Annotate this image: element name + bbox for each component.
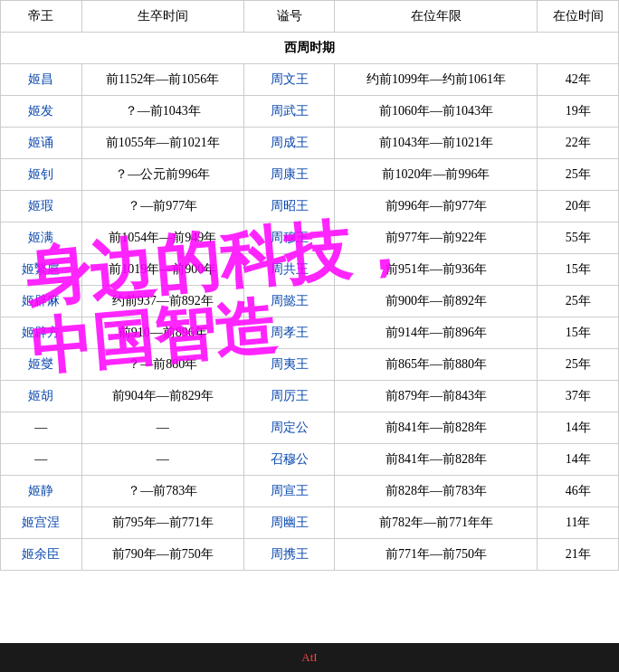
emperor-link[interactable]: 姬余臣 xyxy=(22,547,60,561)
cell-reign-years: 14年 xyxy=(538,412,619,444)
cell-title: 周康王 xyxy=(243,159,335,191)
cell-dates: — xyxy=(81,412,243,444)
cell-reign-range: 前841年—前828年 xyxy=(335,444,538,476)
title-link[interactable]: 周宣王 xyxy=(271,484,309,497)
emperor-link[interactable]: 姬瑕 xyxy=(28,199,53,213)
emperor-text: — xyxy=(34,452,47,466)
emperor-link[interactable]: 姬繄扈 xyxy=(22,262,60,276)
title-link[interactable]: 周成王 xyxy=(271,136,309,149)
emperor-link[interactable]: 姬发 xyxy=(28,104,53,118)
cell-reign-years: 37年 xyxy=(538,381,619,412)
cell-title: 周夷王 xyxy=(243,349,335,381)
table-row: 姬胡 前904年—前829年 周厉王 前879年—前843年 37年 xyxy=(1,381,619,412)
cell-reign-years: 15年 xyxy=(538,254,619,286)
emperor-link[interactable]: 姬辟方 xyxy=(22,326,60,339)
cell-emperor: 姬余臣 xyxy=(1,539,82,571)
title-link[interactable]: 召穆公 xyxy=(271,452,309,466)
section-label: 西周时期 xyxy=(1,33,619,64)
cell-dates: — xyxy=(81,444,243,476)
header-title: 谥号 xyxy=(243,1,335,33)
cell-dates: 前1019年—前900年 xyxy=(81,254,243,286)
cell-reign-range: 前828年—前783年 xyxy=(335,476,538,507)
cell-dates: 前910—前896年 xyxy=(81,317,243,349)
cell-reign-range: 前841年—前828年 xyxy=(335,412,538,444)
section-header-row: 西周时期 xyxy=(1,33,619,64)
emperor-link[interactable]: 姬燮 xyxy=(28,357,53,371)
emperor-link[interactable]: 姬胡 xyxy=(28,389,53,402)
title-link[interactable]: 周穆王 xyxy=(271,231,309,244)
emperor-text: — xyxy=(34,421,47,434)
table-row: 姬燮 ？—前880年 周夷王 前865年—前880年 25年 xyxy=(1,349,619,381)
cell-title: 周幽王 xyxy=(243,507,335,539)
emperor-link[interactable]: 姬宫涅 xyxy=(22,516,60,529)
cell-title: 周文王 xyxy=(243,64,335,96)
header-reign-years: 在位时间 xyxy=(538,1,619,33)
table-row: 姬发 ？—前1043年 周武王 前1060年—前1043年 19年 xyxy=(1,96,619,128)
table-row: 姬余臣 前790年—前750年 周携王 前771年—前750年 21年 xyxy=(1,539,619,571)
title-link[interactable]: 周夷王 xyxy=(271,357,309,371)
cell-dates: 约前937—前892年 xyxy=(81,286,243,317)
title-link[interactable]: 周昭王 xyxy=(271,199,309,213)
emperor-link[interactable]: 姬昌 xyxy=(28,72,53,86)
cell-reign-range: 前951年—前936年 xyxy=(335,254,538,286)
cell-reign-years: 22年 xyxy=(538,128,619,159)
cell-title: 周成王 xyxy=(243,128,335,159)
cell-title: 周昭王 xyxy=(243,191,335,222)
cell-reign-years: 20年 xyxy=(538,191,619,222)
title-link[interactable]: 周武王 xyxy=(271,104,309,118)
cell-reign-range: 前771年—前750年 xyxy=(335,539,538,571)
cell-dates: ？—前1043年 xyxy=(81,96,243,128)
cell-dates: ？—前783年 xyxy=(81,476,243,507)
emperor-link[interactable]: 姬静 xyxy=(28,484,53,497)
cell-reign-range: 前977年—前922年 xyxy=(335,222,538,254)
title-link[interactable]: 周孝王 xyxy=(271,326,309,339)
table-header: 帝王 生卒时间 谥号 在位年限 在位时间 xyxy=(1,1,619,33)
title-link[interactable]: 周共王 xyxy=(271,262,309,276)
bottom-bar: AtI xyxy=(0,643,619,672)
cell-reign-years: 25年 xyxy=(538,286,619,317)
title-link[interactable]: 周文王 xyxy=(271,72,309,86)
cell-title: 周共王 xyxy=(243,254,335,286)
cell-reign-range: 前782年—前771年年 xyxy=(335,507,538,539)
cell-reign-range: 前996年—前977年 xyxy=(335,191,538,222)
table-row: 姬钊 ？—公元前996年 周康王 前1020年—前996年 25年 xyxy=(1,159,619,191)
table-row: 姬满 前1054年—前949年 周穆王 前977年—前922年 55年 xyxy=(1,222,619,254)
table-row: 姬瑕 ？—前977年 周昭王 前996年—前977年 20年 xyxy=(1,191,619,222)
title-link[interactable]: 周幽王 xyxy=(271,516,309,529)
emperor-link[interactable]: 姬辟麻 xyxy=(22,294,60,308)
table-row: 姬静 ？—前783年 周宣王 前828年—前783年 46年 xyxy=(1,476,619,507)
cell-reign-years: 25年 xyxy=(538,349,619,381)
cell-reign-years: 55年 xyxy=(538,222,619,254)
title-link[interactable]: 周厉王 xyxy=(271,389,309,402)
cell-dates: 前904年—前829年 xyxy=(81,381,243,412)
cell-dates: 前790年—前750年 xyxy=(81,539,243,571)
title-link[interactable]: 周定公 xyxy=(271,421,309,434)
cell-dates: 前1152年—前1056年 xyxy=(81,64,243,96)
cell-emperor: 姬胡 xyxy=(1,381,82,412)
cell-emperor: — xyxy=(1,444,82,476)
title-link[interactable]: 周懿王 xyxy=(271,294,309,308)
table-row: 姬诵 前1055年—前1021年 周成王 前1043年—前1021年 22年 xyxy=(1,128,619,159)
cell-dates: 前795年—前771年 xyxy=(81,507,243,539)
title-link[interactable]: 周携王 xyxy=(271,547,309,561)
emperor-link[interactable]: 姬诵 xyxy=(28,136,53,149)
cell-emperor: 姬满 xyxy=(1,222,82,254)
bottom-text: AtI xyxy=(301,650,317,665)
cell-title: 周定公 xyxy=(243,412,335,444)
title-link[interactable]: 周康王 xyxy=(271,167,309,181)
cell-emperor: 姬钊 xyxy=(1,159,82,191)
cell-emperor: 姬辟麻 xyxy=(1,286,82,317)
emperor-link[interactable]: 姬满 xyxy=(28,231,53,244)
emperor-link[interactable]: 姬钊 xyxy=(28,167,53,181)
table-row: 姬宫涅 前795年—前771年 周幽王 前782年—前771年年 11年 xyxy=(1,507,619,539)
cell-emperor: 姬静 xyxy=(1,476,82,507)
header-emperor: 帝王 xyxy=(1,1,82,33)
cell-reign-years: 42年 xyxy=(538,64,619,96)
cell-emperor: 姬诵 xyxy=(1,128,82,159)
cell-reign-range: 前1043年—前1021年 xyxy=(335,128,538,159)
cell-reign-range: 前914年—前896年 xyxy=(335,317,538,349)
cell-title: 周宣王 xyxy=(243,476,335,507)
cell-reign-range: 约前1099年—约前1061年 xyxy=(335,64,538,96)
cell-emperor: 姬辟方 xyxy=(1,317,82,349)
cell-title: 周携王 xyxy=(243,539,335,571)
